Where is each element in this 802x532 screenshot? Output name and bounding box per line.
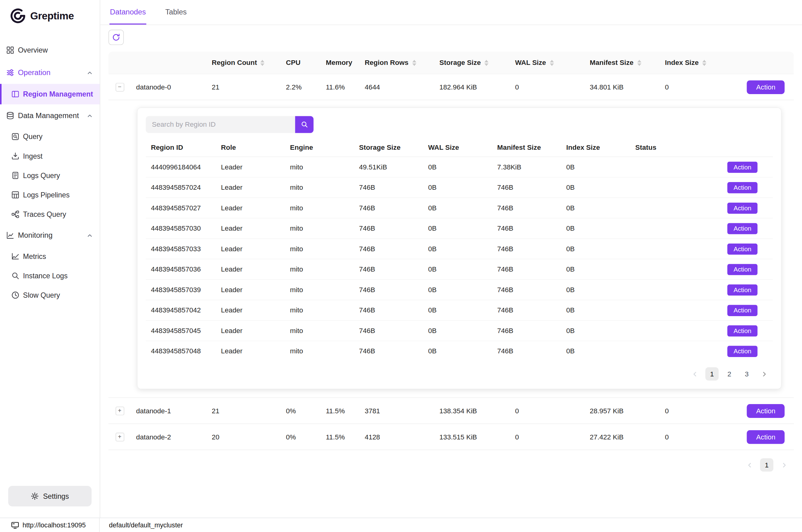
region-table-header: Region ID Role Engine Storage Size WAL S… xyxy=(146,138,773,157)
action-button[interactable]: Action xyxy=(728,202,758,214)
role-value: Leader xyxy=(216,327,285,335)
sidebar-item-traces-query[interactable]: Traces Query xyxy=(0,205,100,224)
ingest-icon xyxy=(12,152,20,160)
next-page-button[interactable] xyxy=(777,458,790,471)
storage-size-value: 746B xyxy=(354,265,423,273)
sidebar-item-region-management[interactable]: Region Management xyxy=(0,84,100,104)
sidebar-group-label: Monitoring xyxy=(18,231,53,240)
manifest-size-value: 7.38KiB xyxy=(492,163,561,171)
region-search-input[interactable] xyxy=(146,116,295,133)
manifest-size-value: 746B xyxy=(492,327,561,335)
wal-size-value: 0B xyxy=(423,265,492,273)
previous-page-button[interactable] xyxy=(743,458,756,471)
datanode-name: datanode-2 xyxy=(131,433,209,441)
column-header-index-size[interactable]: Index Size xyxy=(662,59,711,66)
sidebar-item-query[interactable]: Query xyxy=(0,127,100,146)
role-value: Leader xyxy=(216,347,285,355)
sidebar-item-label: Slow Query xyxy=(23,291,60,299)
sidebar-item-label: Logs Pipelines xyxy=(23,191,70,199)
action-button[interactable]: Action xyxy=(728,325,758,337)
datanode-table: Region Count CPU Memory Region Rows Stor… xyxy=(109,52,794,450)
overview-icon xyxy=(6,46,15,54)
storage-size-value: 746B xyxy=(354,245,423,253)
storage-size-value: 746B xyxy=(354,204,423,212)
sidebar-item-instance-logs[interactable]: Instance Logs xyxy=(0,266,100,285)
collapse-row-button[interactable]: − xyxy=(115,83,124,91)
action-button[interactable]: Action xyxy=(728,243,758,254)
region-row: 4483945857045 Leader mito 746B 0B 746B 0… xyxy=(146,321,773,341)
sidebar-item-logs-query[interactable]: Logs Query xyxy=(0,166,100,185)
index-size-value: 0 xyxy=(662,433,711,441)
page-button-3[interactable]: 3 xyxy=(740,367,753,380)
region-id-value: 4483945857039 xyxy=(146,286,216,294)
sidebar-item-overview[interactable]: Overview xyxy=(0,39,100,61)
action-button[interactable]: Action xyxy=(728,304,758,316)
action-button[interactable]: Action xyxy=(728,223,758,234)
manifest-size-value: 746B xyxy=(492,347,561,355)
index-size-value: 0B xyxy=(561,306,630,314)
sort-icon xyxy=(637,60,641,66)
page-button-1[interactable]: 1 xyxy=(760,458,774,471)
memory-value: 11.5% xyxy=(323,433,362,441)
expand-row-button[interactable]: + xyxy=(115,432,124,441)
region-row: 4483945857024 Leader mito 746B 0B 746B 0… xyxy=(146,177,773,198)
cpu-value: 0% xyxy=(283,433,323,441)
action-button[interactable]: Action xyxy=(728,162,758,173)
action-button[interactable]: Action xyxy=(747,430,784,444)
logs-pipelines-icon xyxy=(12,191,20,199)
wal-size-value: 0 xyxy=(512,433,587,441)
sidebar-group-monitoring[interactable]: Monitoring xyxy=(0,224,100,247)
action-button[interactable]: Action xyxy=(728,182,758,193)
next-page-button[interactable] xyxy=(758,367,771,380)
column-header-region-count[interactable]: Region Count xyxy=(209,59,283,66)
logs-query-icon xyxy=(12,171,20,179)
previous-page-button[interactable] xyxy=(688,367,701,380)
settings-label: Settings xyxy=(43,492,69,500)
manifest-size-value: 746B xyxy=(492,286,561,294)
sidebar-item-ingest[interactable]: Ingest xyxy=(0,146,100,166)
column-header-region-rows[interactable]: Region Rows xyxy=(362,59,436,66)
region-id-value: 4483945857045 xyxy=(146,327,216,335)
memory-value: 11.5% xyxy=(323,407,362,415)
action-button[interactable]: Action xyxy=(728,346,758,357)
datanode-pagination: 1 xyxy=(109,450,794,472)
expand-row-button[interactable]: + xyxy=(115,406,124,415)
sidebar-item-label: Query xyxy=(23,133,42,141)
search-button[interactable] xyxy=(295,116,314,133)
chevron-up-icon xyxy=(87,112,93,119)
column-header-storage-size[interactable]: Storage Size xyxy=(436,59,512,66)
column-header-wal-size[interactable]: WAL Size xyxy=(512,59,587,66)
region-id-value: 4483945857030 xyxy=(146,225,216,232)
column-header-manifest-size[interactable]: Manifest Size xyxy=(587,59,662,66)
action-button[interactable]: Action xyxy=(747,404,784,418)
sidebar-item-metrics[interactable]: Metrics xyxy=(0,247,100,266)
page-button-2[interactable]: 2 xyxy=(723,367,736,380)
chevron-up-icon xyxy=(87,232,93,239)
page-button-1[interactable]: 1 xyxy=(705,367,719,380)
wal-size-value: 0B xyxy=(423,204,492,212)
sidebar-group-data-management[interactable]: Data Management xyxy=(0,104,100,127)
sidebar-item-logs-pipelines[interactable]: Logs Pipelines xyxy=(0,185,100,205)
action-button[interactable]: Action xyxy=(728,264,758,275)
region-id-value: 4483945857024 xyxy=(146,184,216,191)
greptime-logo-icon xyxy=(9,7,27,25)
server-url: http://localhost:19095 xyxy=(22,521,86,529)
operation-icon xyxy=(6,69,15,77)
sidebar-item-slow-query[interactable]: Slow Query xyxy=(0,285,100,305)
action-button[interactable]: Action xyxy=(747,80,784,94)
settings-button[interactable]: Settings xyxy=(8,486,92,507)
brand[interactable]: Greptime xyxy=(0,0,100,28)
gear-icon xyxy=(31,492,39,500)
sidebar-item-label: Traces Query xyxy=(23,210,66,218)
index-size-value: 0B xyxy=(561,245,630,253)
tab-tables[interactable]: Tables xyxy=(165,0,187,25)
sidebar-group-operation[interactable]: Operation xyxy=(0,61,100,84)
storage-size-value: 746B xyxy=(354,347,423,355)
refresh-button[interactable] xyxy=(109,30,124,45)
engine-value: mito xyxy=(285,347,354,355)
manifest-size-value: 746B xyxy=(492,245,561,253)
tab-datanodes[interactable]: Datanodes xyxy=(110,0,146,25)
action-button[interactable]: Action xyxy=(728,284,758,296)
sidebar-item-label: Ingest xyxy=(23,152,42,160)
wal-size-value: 0B xyxy=(423,245,492,253)
